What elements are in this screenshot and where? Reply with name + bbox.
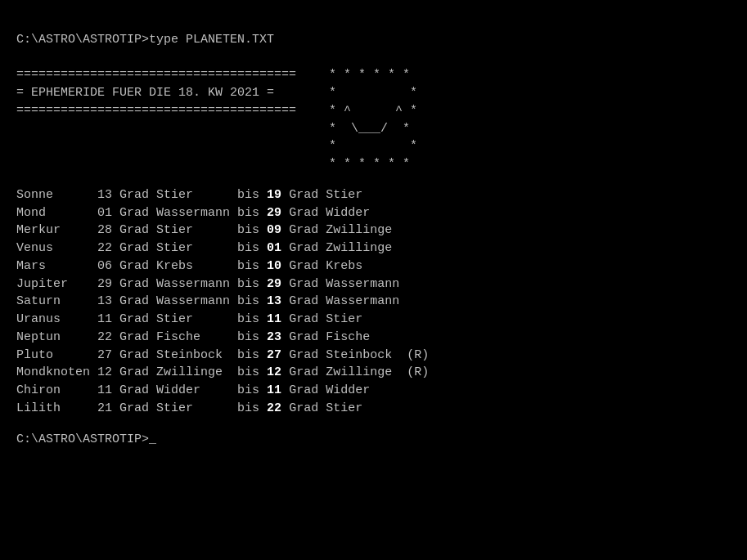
- planet-sign1: Zwillinge: [156, 365, 237, 379]
- end-prompt: C:\ASTRO\ASTROTIP>_: [16, 431, 731, 449]
- planet-sign2: Widder: [326, 383, 370, 397]
- planet-bis: bis: [237, 206, 267, 220]
- planet-sign1: Widder: [156, 383, 237, 397]
- planet-deg1: 22: [97, 241, 119, 255]
- planet-deg1: 11: [97, 383, 119, 397]
- header-line-2: ======================================: [16, 104, 296, 118]
- planet-sign2: Krebs: [326, 259, 362, 273]
- planet-grad2: Grad: [281, 188, 326, 202]
- face-art: * * * * * * * * * ^ ^ * * \___/ * * * * …: [329, 66, 417, 173]
- planet-deg1: 11: [97, 312, 119, 326]
- planet-name: Uranus: [16, 312, 97, 326]
- face-art-line-3: * \___/ *: [329, 122, 410, 136]
- planet-grad2: Grad: [281, 383, 326, 397]
- planet-deg2: 19: [267, 188, 281, 202]
- planet-grad1: Grad: [119, 223, 156, 237]
- planet-grad1: Grad: [119, 312, 156, 326]
- planet-extra: (R): [407, 365, 429, 379]
- planet-grad2: Grad: [281, 330, 326, 344]
- planet-deg1: 27: [97, 348, 119, 362]
- planet-row-3: Venus 22 Grad Stier bis 01 Grad Zwilling…: [16, 240, 731, 258]
- planets-table: Sonne 13 Grad Stier bis 19 Grad StierMon…: [16, 186, 731, 418]
- planet-deg2: 29: [267, 206, 281, 220]
- planet-sign2: Zwillinge: [326, 365, 392, 379]
- planet-name: Sonne: [16, 188, 97, 202]
- planet-grad2: Grad: [281, 312, 326, 326]
- planet-sign1: Steinbock: [156, 348, 237, 362]
- planet-deg1: 21: [97, 401, 119, 415]
- planet-deg2: 27: [267, 348, 281, 362]
- planet-name: Chiron: [16, 383, 97, 397]
- planet-row-12: Lilith 21 Grad Stier bis 22 Grad Stier: [16, 400, 731, 418]
- planet-sign2: Stier: [326, 188, 362, 202]
- face-art-line-0: * * * * * *: [329, 68, 410, 82]
- face-art-line-2: * ^ ^ *: [329, 104, 417, 118]
- planet-row-0: Sonne 13 Grad Stier bis 19 Grad Stier: [16, 186, 731, 204]
- planet-bis: bis: [237, 383, 267, 397]
- header-line-1: = EPHEMERIDE FUER DIE 18. KW 2021 =: [16, 86, 274, 100]
- planet-sign2: Wassermann: [326, 277, 399, 291]
- planet-grad2: Grad: [281, 206, 326, 220]
- planet-grad1: Grad: [119, 383, 156, 397]
- planet-name: Mond: [16, 206, 97, 220]
- planet-bis: bis: [237, 330, 267, 344]
- planet-name: Venus: [16, 241, 97, 255]
- planet-deg1: 13: [97, 188, 119, 202]
- planet-row-9: Pluto 27 Grad Steinbock bis 27 Grad Stei…: [16, 347, 731, 365]
- planet-extra: (R): [407, 348, 429, 362]
- planet-bis: bis: [237, 277, 267, 291]
- planet-grad1: Grad: [119, 188, 156, 202]
- planet-row-2: Merkur 28 Grad Stier bis 09 Grad Zwillin…: [16, 222, 731, 240]
- planet-name: Lilith: [16, 401, 97, 415]
- planet-sign2: Zwillinge: [326, 223, 392, 237]
- planet-grad2: Grad: [281, 401, 326, 415]
- planet-sign2: Stier: [326, 312, 362, 326]
- planet-deg2: 12: [267, 365, 281, 379]
- planet-grad1: Grad: [119, 330, 156, 344]
- planet-deg2: 23: [267, 330, 281, 344]
- planet-grad1: Grad: [119, 277, 156, 291]
- planet-name: Jupiter: [16, 277, 97, 291]
- face-art-line-4: * *: [329, 139, 417, 153]
- planet-grad2: Grad: [281, 294, 326, 308]
- planet-sign2: Wassermann: [326, 294, 399, 308]
- planet-deg1: 06: [97, 259, 119, 273]
- planet-row-10: Mondknoten 12 Grad Zwillinge bis 12 Grad…: [16, 364, 731, 382]
- planet-bis: bis: [237, 348, 267, 362]
- planet-sign1: Stier: [156, 401, 237, 415]
- planet-sign1: Stier: [156, 241, 237, 255]
- planet-name: Merkur: [16, 223, 97, 237]
- planet-sign1: Stier: [156, 312, 237, 326]
- planet-name: Pluto: [16, 348, 97, 362]
- planet-name: Saturn: [16, 294, 97, 308]
- planet-deg2: 13: [267, 294, 281, 308]
- planet-row-5: Jupiter 29 Grad Wassermann bis 29 Grad W…: [16, 276, 731, 293]
- planet-grad1: Grad: [119, 294, 156, 308]
- planet-sign1: Krebs: [156, 259, 237, 273]
- planet-bis: bis: [237, 188, 267, 202]
- planet-deg1: 22: [97, 330, 119, 344]
- planet-name: Neptun: [16, 330, 97, 344]
- planet-deg1: 29: [97, 277, 119, 291]
- planet-sign1: Stier: [156, 223, 237, 237]
- terminal-window: C:\ASTRO\ASTROTIP>type PLANETEN.TXT: [16, 13, 731, 66]
- planet-row-4: Mars 06 Grad Krebs bis 10 Grad Krebs: [16, 258, 731, 276]
- planet-deg1: 12: [97, 365, 119, 379]
- planet-sign2: Steinbock: [326, 348, 392, 362]
- planet-deg2: 29: [267, 277, 281, 291]
- planet-sign1: Fische: [156, 330, 237, 344]
- planet-deg2: 22: [267, 401, 281, 415]
- planet-sign1: Wassermann: [156, 294, 237, 308]
- planet-deg2: 10: [267, 259, 281, 273]
- planet-grad1: Grad: [119, 259, 156, 273]
- planet-grad2: Grad: [281, 241, 326, 255]
- planet-sign2: Zwillinge: [326, 241, 392, 255]
- planet-grad1: Grad: [119, 241, 156, 255]
- planet-row-6: Saturn 13 Grad Wassermann bis 13 Grad Wa…: [16, 293, 731, 311]
- face-art-line-5: * * * * * *: [329, 157, 410, 171]
- planet-deg1: 01: [97, 206, 119, 220]
- planet-bis: bis: [237, 365, 267, 379]
- planet-sign2: Widder: [326, 206, 370, 220]
- planet-bis: bis: [237, 401, 267, 415]
- planet-grad1: Grad: [119, 365, 156, 379]
